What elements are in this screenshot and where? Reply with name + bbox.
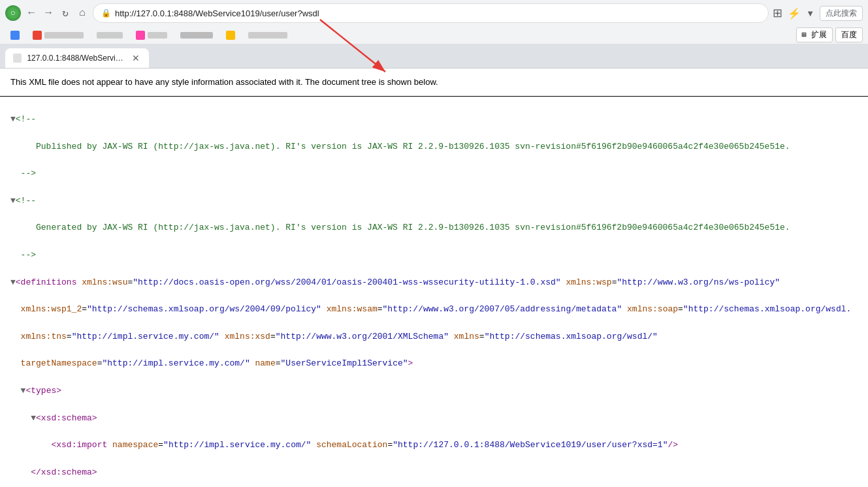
bookmark-item-6[interactable]: [221, 29, 240, 41]
back-button[interactable]: ←: [25, 7, 38, 20]
xml-line-5: Generated by JAX-WS RI (http://jax-ws.ja…: [10, 221, 858, 235]
baidu-button[interactable]: 百度: [835, 27, 863, 42]
dropdown-icon[interactable]: ▼: [806, 8, 814, 18]
home-button[interactable]: ⌂: [76, 7, 89, 20]
bookmark-item[interactable]: [5, 29, 25, 41]
bookmark-item-5[interactable]: [175, 31, 218, 40]
xml-notice: This XML file does not appear to have an…: [0, 69, 868, 97]
xml-line-12: ▼<xsd:schema>: [10, 412, 858, 426]
search-box[interactable]: 点此搜索: [820, 6, 863, 21]
bookmarks-bar: ⊞ 扩展 百度: [0, 26, 868, 44]
browser-logo: ○: [5, 5, 21, 21]
right-actions: ⊞ 扩展 百度: [796, 27, 863, 42]
xml-content-area: ▼<!-- Published by JAX-WS RI (http://jax…: [0, 97, 868, 487]
xml-line-6: -->: [10, 249, 858, 262]
collapse-triangle-1[interactable]: ▼: [10, 114, 16, 124]
grid-icon[interactable]: ⊞: [773, 6, 782, 20]
xml-line-3: -->: [10, 167, 858, 181]
active-tab[interactable]: 127.0.0.1:8488/WebService... ✕: [5, 48, 149, 68]
collapse-triangle-2[interactable]: ▼: [10, 196, 16, 206]
tab-close-button[interactable]: ✕: [131, 53, 141, 63]
address-url[interactable]: http://127.0.0.1:8488/WebService1019/use…: [115, 8, 760, 18]
tab-favicon: [13, 54, 22, 63]
xml-line-1: ▼<!--: [10, 113, 858, 127]
xml-line-13: <xsd:import namespace="http://impl.servi…: [10, 439, 858, 452]
xml-line-4: ▼<!--: [10, 195, 858, 208]
xml-line-10: targetNamespace="http://impl.service.my.…: [10, 357, 858, 371]
bookmark-item-4[interactable]: [131, 29, 172, 41]
xml-line-9: xmlns:tns="http://impl.service.my.com/" …: [10, 330, 858, 344]
xml-line-14: </xsd:schema>: [10, 466, 858, 480]
xml-line-11: ▼<types>: [10, 385, 858, 398]
forward-button[interactable]: →: [42, 7, 55, 20]
collapse-triangle-5[interactable]: ▼: [31, 413, 36, 423]
xml-line-8: xmlns:wsp1_2="http://schemas.xmlsoap.org…: [10, 303, 858, 317]
bookmark-item-7[interactable]: [243, 31, 293, 40]
refresh-button[interactable]: ↻: [59, 7, 72, 20]
tab-bar: 127.0.0.1:8488/WebService... ✕: [0, 44, 868, 68]
bookmark-item-2[interactable]: [27, 29, 89, 41]
bookmark-item-3[interactable]: [91, 31, 128, 40]
lock-icon: 🔒: [101, 8, 111, 18]
nav-bar: ○ ← → ↻ ⌂ 🔒 http://127.0.0.1:8488/WebSer…: [0, 0, 868, 26]
xml-line-7: ▼<definitions xmlns:wsu="http://docs.oas…: [10, 276, 858, 290]
right-nav: ⊞ ⚡ ▼ 点此搜索: [773, 6, 863, 21]
collapse-triangle-3[interactable]: ▼: [10, 277, 16, 287]
xml-line-2: Published by JAX-WS RI (http://jax-ws.ja…: [10, 140, 858, 154]
lightning-icon[interactable]: ⚡: [788, 7, 801, 20]
address-bar[interactable]: 🔒 http://127.0.0.1:8488/WebService1019/u…: [93, 3, 769, 23]
tab-title: 127.0.0.1:8488/WebService...: [27, 54, 125, 63]
extend-button[interactable]: ⊞ 扩展: [796, 27, 833, 42]
browser-chrome: ○ ← → ↻ ⌂ 🔒 http://127.0.0.1:8488/WebSer…: [0, 0, 868, 69]
